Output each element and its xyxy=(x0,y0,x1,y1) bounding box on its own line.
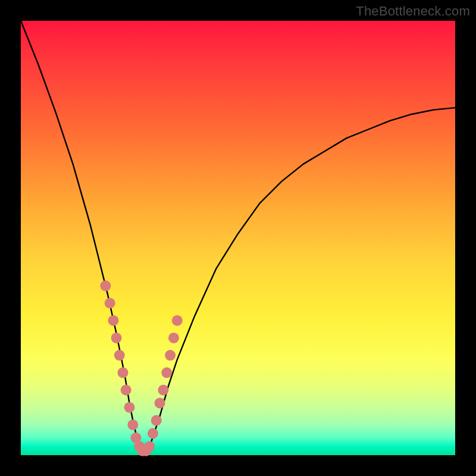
marker-point xyxy=(148,428,158,439)
marker-point xyxy=(118,367,129,378)
marker-point xyxy=(124,402,135,413)
marker-point xyxy=(100,280,111,291)
watermark-text: TheBottleneck.com xyxy=(356,4,470,19)
marker-point xyxy=(105,298,115,309)
marker-point xyxy=(127,419,138,430)
marker-point xyxy=(108,315,118,326)
marker-point xyxy=(121,385,131,396)
marker-point xyxy=(161,367,172,378)
marker-point xyxy=(155,397,165,408)
chart-svg xyxy=(21,21,455,455)
marker-point xyxy=(151,415,162,426)
bottleneck-curve xyxy=(21,21,455,451)
marker-point xyxy=(168,333,179,343)
plot-area xyxy=(21,21,455,455)
marker-point xyxy=(114,350,125,361)
marker-point xyxy=(172,315,183,326)
marker-point xyxy=(111,333,122,343)
chart-frame: TheBottleneck.com xyxy=(0,0,476,476)
marker-point xyxy=(165,350,176,361)
marker-point xyxy=(144,441,155,452)
marker-point xyxy=(158,385,168,396)
marker-group xyxy=(100,280,182,456)
